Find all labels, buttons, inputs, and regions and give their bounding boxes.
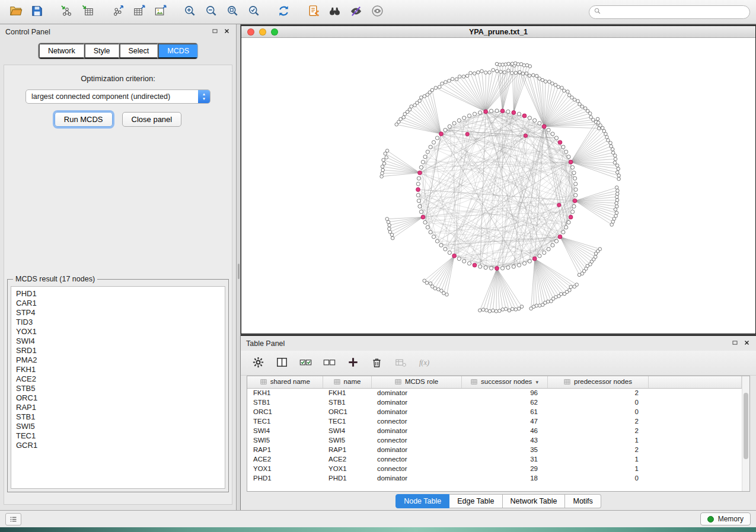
function-builder-button: f(x) [415,354,433,372]
column-header-successor-nodes[interactable]: successor nodes▾ [461,376,547,388]
mcds-result-item[interactable]: SWI4 [16,336,225,346]
mcds-result-group: MCDS result (17 nodes) PHD1CAR1STP4TID3Y… [7,275,229,492]
search-input[interactable] [604,8,746,16]
column-header-predecessor-nodes[interactable]: predecessor nodes [547,376,648,388]
mcds-role-cell: dominator [371,388,461,398]
export-image-button[interactable] [151,2,170,21]
close-panel-icon[interactable] [743,339,751,348]
name-cell: SWI4 [323,426,371,435]
select-all-checkboxes-button[interactable] [296,354,314,372]
add-column-button[interactable] [344,354,362,372]
settings-gear-button[interactable] [249,354,267,372]
column-header-shared-name[interactable]: shared name [247,376,323,388]
tab-network-table[interactable]: Network Table [503,494,566,508]
mcds-result-item[interactable]: TID3 [16,318,225,327]
table-row[interactable]: TEC1TEC1connector472 [247,416,742,426]
run-mcds-button[interactable]: Run MCDS [55,112,113,127]
table-scrollbar[interactable] [742,376,749,491]
minimize-traffic-light[interactable] [259,28,266,36]
show-graphics-button[interactable] [368,2,387,21]
tab-motifs[interactable]: Motifs [565,494,601,508]
maximize-traffic-light[interactable] [271,28,278,36]
mcds-result-item[interactable]: ACE2 [16,374,225,384]
delete-column-button[interactable] [368,354,385,372]
close-traffic-light[interactable] [247,28,254,36]
float-window-icon[interactable] [731,339,739,348]
deselect-all-checkboxes-button[interactable] [320,354,338,372]
filler-cell [648,473,742,483]
binoculars-button[interactable] [325,2,344,21]
mcds-role-cell: dominator [371,398,461,407]
zoom-out-button[interactable] [202,2,221,21]
table-row[interactable]: ORC1ORC1dominator610 [247,407,742,416]
mcds-result-item[interactable]: STB5 [16,384,225,393]
tab-select[interactable]: Select [119,43,158,59]
shared-name-cell: TEC1 [247,416,323,426]
export-table-button[interactable] [129,2,148,21]
export-network-icon [111,4,125,20]
refresh-button[interactable] [274,2,293,21]
table-row[interactable]: SWI4SWI4dominator462 [247,426,742,435]
column-layout-button[interactable] [273,354,291,372]
mcds-result-item[interactable]: FKH1 [16,365,225,374]
fit-selected-button[interactable] [244,2,263,21]
fit-content-button[interactable] [223,2,242,21]
table-row[interactable]: RAP1RAP1dominator352 [247,445,742,454]
tab-style[interactable]: Style [84,43,119,59]
table-row[interactable]: STB1STB1dominator620 [247,398,742,407]
network-window-title: YPA_prune.txt_1 [241,28,755,36]
filler-cell [648,388,742,398]
save-file-button[interactable] [27,2,46,21]
table-row[interactable]: PHD1PHD1dominator180 [247,473,742,483]
zoom-in-button[interactable] [180,2,199,21]
network-canvas[interactable] [241,38,755,334]
mcds-result-item[interactable]: RAP1 [16,403,225,412]
panel-menu-button[interactable] [5,513,21,525]
mcds-result-item[interactable]: TEC1 [16,431,225,441]
column-menu-chevron-icon[interactable]: ▾ [535,379,538,385]
scrollbar-thumb[interactable] [744,393,748,459]
mcds-result-item[interactable]: PHD1 [16,289,225,299]
mcds-result-item[interactable]: YOX1 [16,327,225,336]
import-table-button[interactable] [78,2,97,21]
splitter-handle[interactable] [238,264,240,279]
criterion-value: largest connected component (undirected) [26,90,198,103]
mcds-result-item[interactable]: SWI5 [16,422,225,431]
mcds-result-item[interactable]: STP4 [16,308,225,318]
name-cell: FKH1 [323,388,371,398]
mcds-result-item[interactable]: STB1 [16,412,225,422]
close-panel-icon[interactable] [223,27,231,37]
mcds-result-item[interactable]: SRD1 [16,346,225,355]
column-header-mcds-role[interactable]: MCDS role [371,376,461,388]
filler-cell [648,464,742,473]
float-window-icon[interactable] [211,27,219,37]
control-panel-header: Control Panel [0,24,236,39]
export-network-button[interactable] [108,2,127,21]
tab-node-table[interactable]: Node Table [395,494,449,508]
mcds-role-cell: dominator [371,407,461,416]
mcds-result-item[interactable]: PMA2 [16,355,225,365]
vertical-splitter[interactable] [236,24,241,510]
table-row[interactable]: FKH1FKH1dominator962 [247,388,742,398]
table-row[interactable]: ACE2ACE2connector311 [247,454,742,464]
successor-nodes-cell: 31 [461,454,547,464]
mcds-result-item[interactable]: GCR1 [16,441,225,450]
tab-mcds[interactable]: MCDS [158,43,197,59]
tab-network[interactable]: Network [39,43,84,59]
mcds-result-item[interactable]: CAR1 [16,299,225,308]
filler-cell [648,416,742,426]
criterion-dropdown[interactable]: largest connected component (undirected)… [25,89,210,104]
memory-button[interactable]: Memory [700,512,751,525]
network-window-titlebar[interactable]: YPA_prune.txt_1 [241,26,755,38]
tab-edge-table[interactable]: Edge Table [449,494,502,508]
mcds-result-item[interactable]: ORC1 [16,393,225,403]
column-header-name[interactable]: name [323,376,371,388]
import-network-button[interactable] [57,2,76,21]
status-bar: Memory [0,510,756,527]
share-document-button[interactable] [304,2,323,21]
close-panel-button[interactable]: Close panel [122,112,182,127]
open-folder-button[interactable] [6,2,25,21]
table-row[interactable]: SWI5SWI5connector431 [247,435,742,445]
hide-graphics-button[interactable] [346,2,365,21]
table-row[interactable]: YOX1YOX1connector291 [247,464,742,473]
